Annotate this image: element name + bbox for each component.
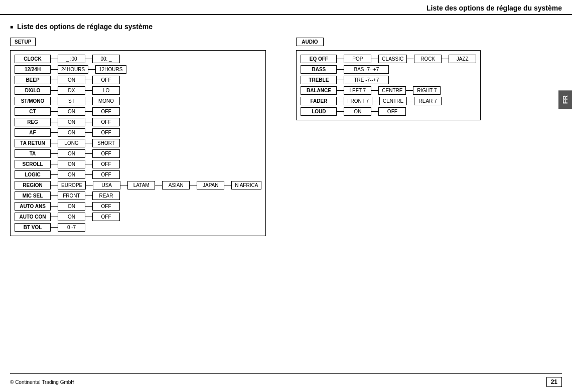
connector — [85, 59, 92, 59]
table-row: EQ OFF POP CLASSIC ROCK JAZZ — [301, 55, 476, 63]
setup-option: ON — [58, 213, 85, 221]
connector — [85, 195, 92, 196]
connector — [337, 69, 344, 70]
audio-option: TRE -7--+7 — [344, 76, 389, 84]
table-row: REG ON OFF — [15, 118, 261, 126]
connector — [372, 101, 379, 101]
table-row: LOUD ON OFF — [301, 107, 476, 116]
connector — [51, 122, 58, 122]
setup-option: N AFRICA — [231, 181, 261, 189]
setup-label-clock: CLOCK — [15, 55, 51, 63]
setup-option: EUROPE — [58, 181, 86, 189]
page-number: 21 — [546, 377, 562, 387]
connector — [337, 59, 344, 59]
connector — [85, 101, 92, 101]
table-row: CT ON OFF — [15, 107, 261, 116]
audio-option-front7: FRONT 7 — [344, 97, 372, 105]
audio-option: JAZZ — [449, 55, 476, 63]
connector — [85, 174, 92, 175]
audio-label-bass: BASS — [301, 65, 337, 74]
connector — [51, 164, 58, 164]
setup-option: OFF — [92, 160, 120, 168]
connector — [337, 101, 344, 101]
setup-label-region: REGION — [15, 181, 51, 189]
setup-option: OFF — [92, 107, 120, 116]
setup-option: DX — [58, 86, 85, 95]
setup-label-logic: LOGIC — [15, 170, 51, 179]
table-row: AUTO ANS ON OFF — [15, 202, 261, 211]
table-row: TREBLE TRE -7--+7 — [301, 76, 476, 84]
setup-label-beep: BEEP — [15, 76, 51, 84]
setup-option: ON — [58, 202, 85, 211]
table-row: 12/24H 24HOURS 12HOURS — [15, 65, 261, 74]
connector — [85, 80, 92, 80]
setup-option: 24HOURS — [58, 65, 88, 74]
audio-option: REAR 7 — [414, 97, 442, 105]
connector — [85, 111, 92, 112]
setup-option: ST — [58, 97, 85, 105]
connector — [51, 153, 58, 154]
audio-panel: AUDIO EQ OFF POP CLASSIC ROCK JAZZ — [296, 38, 481, 236]
connector — [406, 90, 413, 91]
setup-option: OFF — [92, 128, 120, 137]
setup-label-ta: TA — [15, 149, 51, 158]
audio-option: BAS -7--+7 — [344, 65, 389, 74]
connector — [51, 90, 58, 91]
copyright: © Continental Trading GmbH — [10, 379, 75, 385]
connector — [85, 90, 92, 91]
connector — [85, 122, 92, 122]
connector — [407, 101, 414, 101]
setup-rows: CLOCK _ :00 00: _ 12/24H 24HOURS 12HOURS — [10, 50, 266, 236]
table-row: SCROLL ON OFF — [15, 160, 261, 168]
connector — [224, 185, 231, 185]
setup-option: OFF — [92, 149, 120, 158]
setup-option: ON — [58, 149, 85, 158]
connector — [85, 143, 92, 143]
connector — [51, 195, 58, 196]
table-row: TA ON OFF — [15, 149, 261, 158]
page-header: Liste des options de réglage du système — [0, 0, 572, 15]
setup-label-reg: REG — [15, 118, 51, 126]
table-row: CLOCK _ :00 00: _ — [15, 55, 261, 63]
audio-option: RIGHT 7 — [413, 86, 441, 95]
table-row: LOGIC ON OFF — [15, 170, 261, 179]
table-row: ST/MONO ST MONO — [15, 97, 261, 105]
table-row: TA RETUN LONG SHORT — [15, 139, 261, 147]
table-row: REGION EUROPE USA LATAM ASIAN JAPAN N AF… — [15, 181, 261, 189]
setup-option: OFF — [92, 213, 120, 221]
setup-label-taretun: TA RETUN — [15, 139, 51, 147]
audio-option: LEFT 7 — [344, 86, 371, 95]
setup-option: ON — [58, 107, 85, 116]
setup-label-autoans: AUTO ANS — [15, 202, 51, 211]
connector — [51, 227, 58, 228]
connector — [86, 185, 93, 185]
table-row: AUTO CON ON OFF — [15, 213, 261, 221]
table-row: BT VOL 0 -7 — [15, 223, 261, 232]
setup-option: OFF — [92, 76, 120, 84]
setup-option: FRONT — [58, 191, 85, 200]
diagram-container: SETUP CLOCK _ :00 00: _ 12/24H 24HOURS — [10, 38, 562, 236]
setup-option: ON — [58, 118, 85, 126]
setup-option: ON — [58, 170, 85, 179]
connector — [371, 90, 378, 91]
connector — [337, 90, 344, 91]
connector — [371, 111, 378, 112]
table-row: FADER FRONT 7 CENTRE REAR 7 — [301, 97, 476, 105]
audio-option: OFF — [378, 107, 406, 116]
setup-label-stmono: ST/MONO — [15, 97, 51, 105]
setup-option: ON — [58, 76, 85, 84]
connector — [51, 217, 58, 217]
setup-label-btvol: BT VOL — [15, 223, 51, 232]
setup-label-micsel: MIC SEL — [15, 191, 51, 200]
setup-option: ON — [58, 128, 85, 137]
connector — [51, 101, 58, 101]
connector — [51, 59, 58, 59]
setup-label-ct: CT — [15, 107, 51, 116]
setup-option: LO — [92, 86, 120, 95]
connector — [88, 69, 95, 70]
setup-panel: SETUP CLOCK _ :00 00: _ 12/24H 24HOURS — [10, 38, 266, 236]
setup-option: USA — [93, 181, 120, 189]
table-row: BALANCE LEFT 7 CENTRE RIGHT 7 — [301, 86, 476, 95]
connector — [85, 206, 92, 207]
setup-label-scroll: SCROLL — [15, 160, 51, 168]
